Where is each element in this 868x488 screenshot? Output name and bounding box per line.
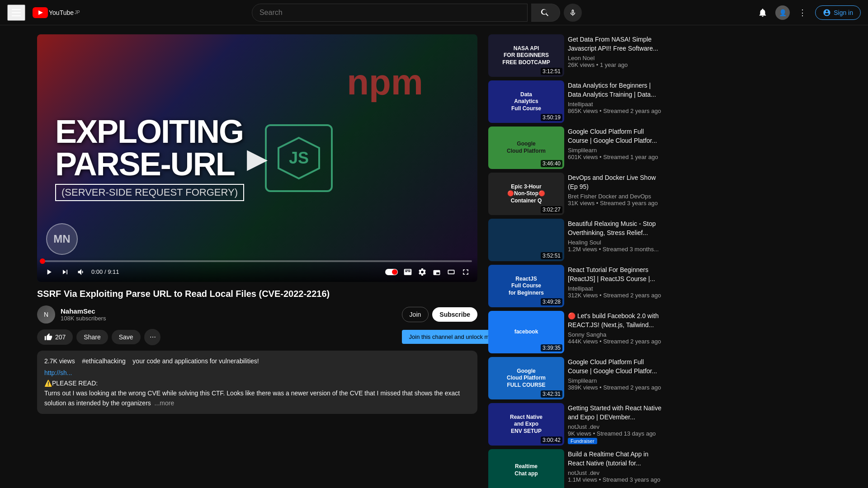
sidebar-item[interactable]: ReactJS Full Course for Beginners 3:49:2… xyxy=(488,265,663,307)
sidebar-item[interactable]: Google Cloud Platform FULL COURSE 3:42:3… xyxy=(488,357,663,399)
sidebar-title: Getting Started with React Native and Ex… xyxy=(568,404,663,422)
play-button-overlay[interactable]: ▶ xyxy=(247,142,268,174)
logo-locale: JP xyxy=(75,10,80,15)
subtitles-button[interactable] xyxy=(401,266,414,278)
search-input[interactable] xyxy=(252,4,527,21)
duration-badge: 3:52:51 xyxy=(541,252,562,259)
search-button[interactable] xyxy=(531,4,560,22)
sidebar-item[interactable]: Epic 3-Hour 🔴Non-Stop🔴 Container Q 3:02:… xyxy=(488,173,663,215)
youtube-logo[interactable]: YouTube JP xyxy=(33,7,80,18)
join-tooltip-container: Join Join this channel and unlock member… xyxy=(402,307,429,322)
channel-avatar[interactable]: N xyxy=(37,305,55,324)
video-player[interactable]: EXPLOITING PARSE-URL (SERVER-SIDE REQUES… xyxy=(37,34,477,282)
sidebar-thumbnail: Google Cloud Platform FULL COURSE 3:42:3… xyxy=(488,357,564,399)
sidebar-title: Data Analytics for Beginners | Data Anal… xyxy=(568,81,663,99)
channel-watermark: MN xyxy=(46,223,78,255)
duration-badge: 3:39:35 xyxy=(541,344,562,352)
sign-in-button[interactable]: Sign in xyxy=(815,5,861,20)
sidebar-channel: Healing Soul xyxy=(568,239,663,246)
js-logo: JS xyxy=(265,124,333,192)
search-bar xyxy=(252,4,528,22)
sidebar-thumbnail: 3:52:51 xyxy=(488,219,564,261)
theater-button[interactable] xyxy=(445,266,458,278)
sidebar-thumbnail: React Native and Expo ENV SETUP 3:00:42 xyxy=(488,403,564,446)
sidebar-item[interactable]: Realtime Chat app Build a Realtime Chat … xyxy=(488,449,663,488)
sidebar-channel: Simplilearn xyxy=(568,147,663,154)
description-please-read: ⚠️PLEASE READ: xyxy=(44,378,470,388)
fullscreen-button[interactable] xyxy=(459,266,472,278)
like-button[interactable]: 207 xyxy=(37,329,73,345)
sidebar-info: Beautiful Relaxing Music - Stop Overthin… xyxy=(568,219,663,261)
subscribe-button[interactable]: Subscribe xyxy=(432,307,477,322)
sidebar-channel: Bret Fisher Docker and DevOps xyxy=(568,193,663,200)
sidebar-thumbnail: ReactJS Full Course for Beginners 3:49:2… xyxy=(488,265,564,307)
sidebar-item[interactable]: React Native and Expo ENV SETUP 3:00:42 … xyxy=(488,403,663,446)
header: YouTube JP 👤 ⋮ S xyxy=(0,0,868,25)
channel-row: N NahamSec 108K subscribers Join Join th… xyxy=(37,305,477,324)
play-pause-button[interactable] xyxy=(42,266,55,278)
sidebar-channel: Sonny Sangha xyxy=(568,331,663,338)
channel-info: NahamSec 108K subscribers xyxy=(61,307,396,322)
notifications-button[interactable] xyxy=(754,4,772,22)
more-options-button[interactable]: ⋮ xyxy=(793,4,811,22)
video-info: SSRF Via Exploiting Parse URL to Read Lo… xyxy=(37,287,477,414)
sidebar-info: Data Analytics for Beginners | Data Anal… xyxy=(568,80,663,123)
mic-button[interactable] xyxy=(564,4,582,22)
sidebar-item[interactable]: Google Cloud Platform 3:46:40 Google Clo… xyxy=(488,127,663,169)
sidebar-meta: 1.1M views • Streamed 3 years ago xyxy=(568,476,663,483)
description-more[interactable]: ...more xyxy=(155,399,175,407)
like-count: 207 xyxy=(55,333,66,341)
menu-button[interactable] xyxy=(7,5,25,21)
progress-dot xyxy=(40,258,45,264)
sidebar-thumbnail: NASA API FOR BEGINNERS FREE BOOTCAMP 3:1… xyxy=(488,34,564,77)
sidebar-thumbnail: facebook 3:39:35 xyxy=(488,311,564,353)
channel-subscribers: 108K subscribers xyxy=(61,315,396,322)
sidebar-meta: 26K views • 1 year ago xyxy=(568,61,663,68)
next-button[interactable] xyxy=(59,266,71,278)
sidebar-item[interactable]: NASA API FOR BEGINNERS FREE BOOTCAMP 3:1… xyxy=(488,34,663,77)
volume-button[interactable] xyxy=(75,266,88,278)
duration-badge: 3:49:28 xyxy=(541,298,562,305)
video-title: SSRF Via Exploiting Parse URL to Read Lo… xyxy=(37,287,477,300)
autoplay-button[interactable] xyxy=(383,267,400,277)
sidebar-item[interactable]: facebook 3:39:35 🔴 Let's build Facebook … xyxy=(488,311,663,353)
join-tooltip-popup[interactable]: Join this channel and unlock members-onl… xyxy=(402,330,488,344)
sidebar-thumbnail: Data Analytics Full Course 3:50:19 xyxy=(488,80,564,123)
more-actions-button[interactable]: ⋯ xyxy=(144,329,160,345)
share-button[interactable]: Share xyxy=(76,330,108,344)
thumbnail-text: EXPLOITING PARSE-URL (SERVER-SIDE REQUES… xyxy=(55,115,244,201)
sidebar-meta: 312K views • Streamed 2 years ago xyxy=(568,292,663,299)
sidebar-title: React Tutorial For Beginners [ReactJS] |… xyxy=(568,266,663,283)
header-center xyxy=(252,4,582,22)
description-box[interactable]: 2.7K views #ethicalhacking your code and… xyxy=(37,351,477,414)
sidebar-thumbnail: Google Cloud Platform 3:46:40 xyxy=(488,127,564,169)
save-button[interactable]: Save xyxy=(112,330,141,344)
sidebar-channel: notJust .dev xyxy=(568,423,663,430)
description-text: Turns out I was looking at the wrong CVE… xyxy=(44,388,470,408)
progress-bar[interactable] xyxy=(42,260,472,262)
sidebar-item[interactable]: 3:52:51 Beautiful Relaxing Music - Stop … xyxy=(488,219,663,261)
sidebar-info: Getting Started with React Native and Ex… xyxy=(568,403,663,446)
description-stats: 2.7K views #ethicalhacking your code and… xyxy=(44,356,470,366)
settings-button[interactable] xyxy=(416,266,429,278)
sidebar-meta: 601K views • Streamed 1 year ago xyxy=(568,154,663,160)
channel-name[interactable]: NahamSec xyxy=(61,307,396,315)
sidebar: NASA API FOR BEGINNERS FREE BOOTCAMP 3:1… xyxy=(488,25,670,488)
sidebar-channel: Intellipaat xyxy=(568,285,663,292)
svg-text:JS: JS xyxy=(289,149,309,167)
sidebar-info: React Tutorial For Beginners [ReactJS] |… xyxy=(568,265,663,307)
user-avatar[interactable]: 👤 xyxy=(775,5,790,20)
sidebar-info: Google Cloud Platform Full Course | Goog… xyxy=(568,357,663,399)
description-link[interactable]: http://sh... xyxy=(44,368,470,378)
video-section: EXPLOITING PARSE-URL (SERVER-SIDE REQUES… xyxy=(0,25,488,488)
miniplayer-button[interactable] xyxy=(430,266,443,278)
join-button[interactable]: Join xyxy=(402,307,429,322)
sidebar-info: DevOps and Docker Live Show (Ep 95) Bret… xyxy=(568,173,663,215)
sidebar-item[interactable]: Data Analytics Full Course 3:50:19 Data … xyxy=(488,80,663,123)
time-display: 0:00 / 9:11 xyxy=(91,268,119,275)
sidebar-info: 🔴 Let's build Facebook 2.0 with REACT.JS… xyxy=(568,311,663,353)
sign-in-label: Sign in xyxy=(834,9,853,16)
thumbnail-title2: PARSE-URL xyxy=(55,148,244,180)
npm-logo: npm xyxy=(347,61,423,103)
sidebar-info: Google Cloud Platform Full Course | Goog… xyxy=(568,127,663,169)
